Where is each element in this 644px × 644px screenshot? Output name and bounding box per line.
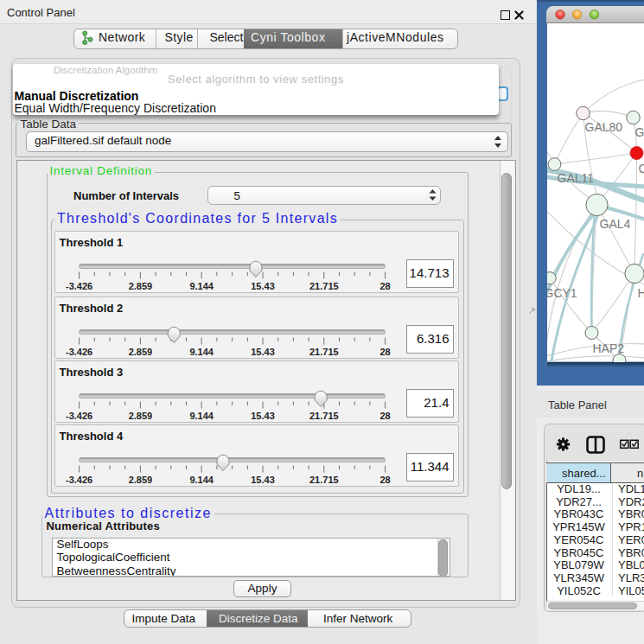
svg-text:9.144: 9.144 bbox=[190, 346, 214, 356]
svg-text:21.715: 21.715 bbox=[309, 410, 339, 420]
svg-text:21.715: 21.715 bbox=[309, 280, 339, 290]
svg-text:2.859: 2.859 bbox=[129, 280, 153, 290]
svg-text:15.43: 15.43 bbox=[252, 346, 276, 356]
svg-text:15.43: 15.43 bbox=[252, 474, 276, 484]
svg-text:HAP2: HAP2 bbox=[592, 341, 624, 355]
svg-text:GAL4: GAL4 bbox=[599, 217, 630, 231]
svg-text:-3.426: -3.426 bbox=[66, 474, 92, 484]
svg-text:Threshold 2: Threshold 2 bbox=[60, 302, 124, 315]
svg-text:GA: GA bbox=[634, 125, 644, 139]
svg-text:9.144: 9.144 bbox=[190, 280, 214, 290]
svg-text:15.43: 15.43 bbox=[252, 410, 276, 420]
svg-text:9.144: 9.144 bbox=[190, 474, 214, 484]
svg-text:H: H bbox=[637, 286, 644, 300]
svg-text:28: 28 bbox=[380, 280, 391, 290]
svg-text:28: 28 bbox=[380, 346, 391, 356]
svg-text:-3.426: -3.426 bbox=[66, 280, 92, 290]
svg-text:GAL11: GAL11 bbox=[557, 171, 594, 185]
svg-text:2.859: 2.859 bbox=[129, 410, 153, 420]
svg-text:GAL80: GAL80 bbox=[584, 120, 622, 134]
svg-text:21.715: 21.715 bbox=[309, 474, 339, 484]
svg-text:2.859: 2.859 bbox=[129, 346, 153, 356]
svg-text:Threshold 3: Threshold 3 bbox=[60, 366, 124, 379]
svg-text:15.43: 15.43 bbox=[252, 280, 276, 290]
svg-text:2.859: 2.859 bbox=[129, 474, 153, 484]
svg-text:28: 28 bbox=[380, 474, 391, 484]
svg-text:-3.426: -3.426 bbox=[66, 346, 92, 356]
svg-text:-3.426: -3.426 bbox=[66, 410, 92, 420]
svg-text:Threshold 1: Threshold 1 bbox=[60, 236, 124, 249]
svg-text:Threshold 4: Threshold 4 bbox=[60, 430, 124, 443]
svg-text:21.715: 21.715 bbox=[309, 346, 339, 356]
svg-text:C: C bbox=[638, 162, 644, 175]
svg-text:28: 28 bbox=[380, 410, 391, 420]
svg-text:GCY1: GCY1 bbox=[547, 286, 577, 300]
svg-text:9.144: 9.144 bbox=[190, 410, 214, 420]
